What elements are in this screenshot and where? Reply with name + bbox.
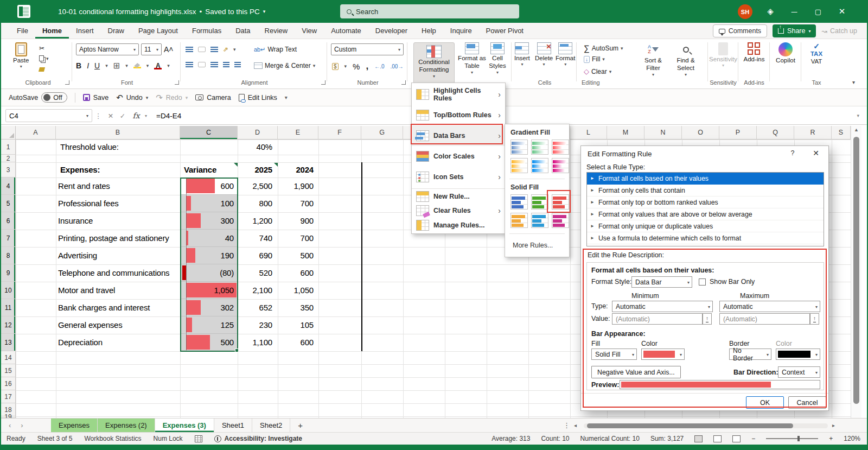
number-dialog-launcher-icon[interactable] (401, 80, 406, 85)
font-color-button[interactable]: A (154, 62, 162, 69)
sheet-tab-expenses-2[interactable]: Expenses (2) (98, 419, 155, 432)
data-bar-style-gradient-1[interactable] (531, 140, 548, 155)
format-as-table-button[interactable]: Format as Table ▾ (459, 42, 485, 75)
cell-2024-E6[interactable]: 900 (278, 212, 314, 230)
normal-view-icon[interactable] (694, 435, 703, 442)
ribbon-tab-file[interactable]: File (10, 23, 35, 39)
scroll-up-icon[interactable]: ▲ (851, 127, 861, 132)
cell-variance-C6[interactable]: 300 (180, 212, 238, 230)
data-bar-style-solid-3[interactable] (510, 213, 528, 228)
sheet-tab-sheet1[interactable]: Sheet1 (214, 419, 252, 432)
value-minimum-input[interactable]: (Automatic) (612, 313, 703, 325)
decrease-decimal-button[interactable]: .00→ (391, 64, 404, 69)
row-header-14[interactable]: 14 (1, 351, 16, 364)
merge-center-button[interactable]: Merge & Center ▾ (254, 62, 315, 69)
row-header-2[interactable]: 2 (1, 155, 16, 162)
row-header-1[interactable]: 1 (1, 140, 16, 155)
value-maximum-input[interactable]: (Automatic) (719, 313, 810, 325)
increase-indent-icon[interactable] (234, 62, 241, 67)
cell-2025-D11[interactable]: 652 (238, 299, 272, 316)
workbook-statistics-button[interactable]: Workbook Statistics (84, 435, 141, 442)
wrap-text-button[interactable]: ab↵ Wrap Text (254, 46, 297, 53)
minimize-button[interactable]: ─ (783, 0, 805, 23)
sheet-nav-left-icon[interactable]: ‹ (9, 421, 11, 429)
rule-type-option-5[interactable]: ►Use a formula to determine which cells … (587, 232, 824, 244)
accessibility-status[interactable]: Accessibility: Investigate (225, 435, 302, 442)
data-bar-style-solid-0[interactable] (510, 194, 528, 210)
cell-table-title[interactable]: Expenses: (60, 162, 100, 178)
cf-menu-item-color-scales[interactable]: Color Scales› (412, 146, 505, 167)
zoom-slider[interactable] (766, 438, 818, 439)
font-dialog-launcher-icon[interactable] (175, 80, 179, 85)
borders-button[interactable]: ⊞ (113, 61, 120, 71)
data-bar-style-gradient-4[interactable] (531, 158, 548, 173)
edit-links-button[interactable]: Edit Links (239, 94, 277, 102)
cell-2024-E11[interactable]: 350 (278, 299, 314, 316)
cell-2024-E10[interactable]: 1,050 (278, 282, 314, 299)
expand-formula-bar-icon[interactable]: ▾ (857, 109, 859, 122)
row-header-13[interactable]: 13 (1, 334, 16, 351)
horizontal-scroll-thumb[interactable] (587, 423, 793, 428)
format-painter-button[interactable] (39, 67, 44, 72)
cell-styles-button[interactable]: Cell Styles ▾ (486, 42, 509, 75)
cell-label-B7[interactable]: Printing, postage and stationery (58, 230, 180, 247)
rule-type-option-3[interactable]: ►Format only values that are above or be… (587, 208, 824, 220)
rule-type-option-2[interactable]: ►Format only top or bottom ranked values (587, 197, 824, 208)
format-cells-button[interactable]: Format ▾ (556, 42, 575, 67)
type-maximum-select[interactable]: Automatic▾ (719, 301, 820, 312)
cf-menu-item-new-rule[interactable]: New Rule... (412, 188, 505, 203)
cell-2025-D7[interactable]: 740 (238, 230, 272, 247)
cf-menu-item-data-bars[interactable]: Data Bars› (412, 125, 505, 146)
column-header-R[interactable]: R (794, 126, 832, 140)
cell-2025-D4[interactable]: 2,500 (238, 178, 272, 195)
share-button[interactable]: Share ▾ (773, 24, 816, 37)
bar-direction-select[interactable]: Context▾ (778, 366, 820, 378)
undo-button[interactable]: ↶ Undo ▾ (116, 93, 148, 103)
align-center-icon[interactable] (198, 62, 206, 67)
find-select-button[interactable]: Find & Select ▾ (672, 42, 700, 78)
cell-label-B12[interactable]: General expenses (58, 316, 180, 334)
autosum-button[interactable]: ∑ AutoSum ▾ (584, 43, 623, 53)
search-box[interactable]: Search (340, 4, 519, 18)
avatar[interactable]: SH (738, 4, 752, 19)
rule-type-option-1[interactable]: ►Format only cells that contain (587, 185, 824, 197)
ribbon-tab-power-pivot[interactable]: Power Pivot (479, 23, 531, 39)
vertical-scroll-thumb[interactable] (853, 137, 859, 404)
new-sheet-button[interactable]: + (290, 421, 310, 430)
collapse-dialog-icon[interactable]: ↑ (810, 313, 819, 325)
status-average[interactable]: Average: 313 (492, 435, 530, 442)
cell-header-variance[interactable]: Variance (184, 162, 216, 178)
status-count[interactable]: Count: 10 (541, 435, 569, 442)
cell-variance-C7[interactable]: 40 (180, 230, 238, 247)
border-color-select[interactable]: ▾ (776, 348, 820, 360)
cell-threshold-value[interactable]: 40% (238, 140, 272, 155)
status-sum[interactable]: Sum: 3,127 (650, 435, 684, 442)
align-left-icon[interactable] (186, 62, 193, 67)
ribbon-tab-insert[interactable]: Insert (69, 23, 101, 39)
bold-button[interactable]: B (76, 61, 81, 70)
name-box[interactable]: C4 ▾ (5, 109, 92, 122)
increase-font-size-button[interactable]: A˄ (164, 45, 174, 54)
cell-2024-E12[interactable]: 105 (278, 316, 314, 334)
autosave-toggle[interactable]: AutoSave Off (9, 92, 67, 103)
cell-label-B5[interactable]: Professional fees (58, 195, 180, 212)
status-sheet-info[interactable]: Sheet 3 of 5 (37, 435, 73, 442)
type-minimum-select[interactable]: Automatic▾ (612, 301, 713, 312)
insert-cells-button[interactable]: Insert ▾ (514, 42, 530, 67)
percent-style-button[interactable]: % (353, 62, 360, 71)
ribbon-collapse-icon[interactable]: ▾ (852, 79, 855, 85)
scroll-left-icon[interactable]: ◂ (574, 419, 577, 432)
cell-label-B11[interactable]: Bank charges and interest (58, 299, 180, 316)
orientation-button[interactable]: ⇗ (223, 46, 228, 53)
scroll-right-icon[interactable]: ▸ (832, 419, 835, 432)
delete-cells-button[interactable]: ✕ Delete ▾ (535, 42, 553, 67)
ribbon-tab-developer[interactable]: Developer (368, 23, 414, 39)
column-header-O[interactable]: O (682, 126, 719, 140)
copy-button[interactable]: ▾ (39, 55, 49, 61)
ribbon-tab-help[interactable]: Help (414, 23, 443, 39)
ribbon-tab-automate[interactable]: Automate (324, 23, 368, 39)
cell-variance-C11[interactable]: 302 (180, 299, 238, 316)
close-button[interactable]: ✕ (831, 0, 853, 23)
ribbon-tab-view[interactable]: View (295, 23, 324, 39)
cell-2025-D12[interactable]: 230 (238, 316, 272, 334)
